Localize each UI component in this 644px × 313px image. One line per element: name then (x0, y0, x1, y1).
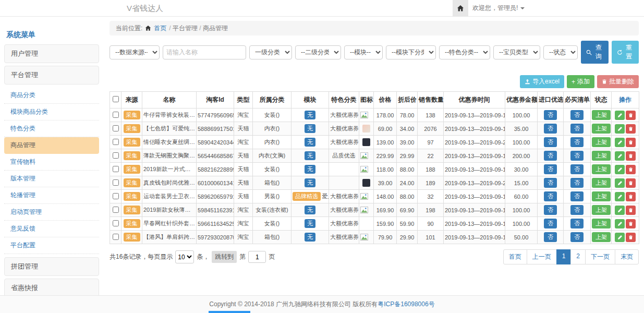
row-checkbox[interactable] (113, 193, 119, 199)
delete-button[interactable] (626, 233, 636, 242)
must-buy-toggle-button[interactable]: 否 (570, 205, 584, 215)
row-checkbox[interactable] (113, 152, 119, 159)
breadcrumb-item[interactable]: 商品管理 (203, 25, 228, 32)
edit-button[interactable] (615, 165, 625, 174)
delete-button[interactable] (626, 192, 636, 201)
must-buy-toggle-button[interactable]: 否 (570, 191, 584, 201)
sidebar-item-版本管理[interactable]: 版本管理 (4, 171, 99, 187)
sidebar-item-商品管理[interactable]: 商品管理 (4, 137, 99, 154)
sidebar-section-拼团管理[interactable]: 拼团管理 (4, 257, 99, 276)
status-button[interactable]: 上架 (592, 110, 611, 120)
sidebar-item-模块商品分类[interactable]: 模块商品分类 (4, 104, 99, 121)
imported-toggle-button[interactable]: 否 (544, 232, 557, 242)
edit-button[interactable] (615, 151, 625, 161)
delete-button[interactable] (626, 138, 636, 147)
imported-toggle-button[interactable]: 否 (544, 164, 557, 174)
edit-button[interactable] (615, 111, 625, 120)
feature-category-select[interactable]: --特色分类-- (439, 45, 490, 59)
must-buy-toggle-button[interactable]: 否 (570, 164, 584, 174)
must-buy-toggle-button[interactable]: 否 (570, 124, 584, 134)
status-button[interactable]: 上架 (592, 191, 611, 201)
row-checkbox[interactable] (113, 112, 119, 118)
pager-button-1[interactable]: 1 (556, 249, 572, 264)
pager-button-首页[interactable]: 首页 (503, 249, 527, 264)
breadcrumb-home-link[interactable]: 首页 (154, 24, 166, 33)
per-page-select[interactable]: 10 (175, 250, 194, 263)
jump-button[interactable]: 跳转到 (212, 251, 237, 263)
sidebar-section-平台管理[interactable]: 平台管理 (4, 66, 99, 85)
imported-toggle-button[interactable]: 否 (544, 151, 557, 161)
add-button[interactable]: + 添加 (567, 75, 594, 88)
row-checkbox[interactable] (113, 179, 119, 186)
row-checkbox[interactable] (113, 220, 119, 226)
delete-button[interactable] (626, 206, 636, 215)
must-buy-toggle-button[interactable]: 否 (570, 110, 584, 120)
pager-button-上一页[interactable]: 上一页 (527, 249, 557, 264)
delete-button[interactable] (626, 124, 636, 134)
name-input[interactable] (163, 45, 246, 59)
status-button[interactable]: 上架 (592, 232, 611, 242)
status-button[interactable]: 上架 (592, 164, 611, 174)
imported-toggle-button[interactable]: 否 (544, 137, 557, 147)
delete-button[interactable] (626, 219, 636, 228)
sidebar-section-用户管理[interactable]: 用户管理 (4, 44, 99, 63)
import-excel-button[interactable]: 导入excel (520, 75, 564, 88)
sidebar-item-启动页管理[interactable]: 启动页管理 (4, 204, 99, 221)
edit-button[interactable] (615, 124, 625, 134)
pager-button-末页[interactable]: 末页 (615, 249, 639, 264)
edit-button[interactable] (615, 178, 625, 188)
sidebar-item-意见反馈[interactable]: 意见反馈 (4, 221, 99, 237)
imported-toggle-button[interactable]: 否 (544, 205, 557, 215)
delete-button[interactable] (626, 178, 636, 188)
breadcrumb-item[interactable]: 平台管理 (173, 25, 198, 32)
edit-button[interactable] (615, 233, 625, 242)
status-button[interactable]: 上架 (592, 205, 611, 215)
row-checkbox[interactable] (113, 234, 119, 240)
must-buy-toggle-button[interactable]: 否 (570, 219, 584, 228)
pager-button-2[interactable]: 2 (570, 249, 586, 264)
data-source-select[interactable]: --数据来源-- (110, 45, 160, 59)
edit-button[interactable] (615, 192, 625, 201)
item-type-select[interactable]: --宝贝类型-- (493, 45, 540, 59)
delete-button[interactable] (626, 165, 636, 174)
status-button[interactable]: 上架 (592, 151, 611, 161)
must-buy-toggle-button[interactable]: 否 (570, 151, 584, 161)
level2-category-select[interactable]: --二级分类-- (295, 45, 341, 59)
home-button[interactable] (453, 0, 468, 16)
row-checkbox[interactable] (113, 125, 119, 131)
select-all-checkbox[interactable] (113, 96, 119, 102)
search-button[interactable]: 查询 (581, 41, 609, 64)
sidebar-item-商品分类[interactable]: 商品分类 (4, 87, 99, 104)
sidebar-item-特色分类[interactable]: 特色分类 (4, 121, 99, 137)
sidebar-item-宣传物料[interactable]: 宣传物料 (4, 154, 99, 171)
delete-button[interactable] (626, 111, 636, 120)
batch-delete-button[interactable]: 批量删除 (597, 75, 639, 88)
row-checkbox[interactable] (113, 166, 119, 172)
edit-button[interactable] (615, 219, 625, 228)
status-button[interactable]: 上架 (592, 219, 611, 228)
edit-button[interactable] (615, 206, 625, 215)
delete-button[interactable] (626, 151, 636, 161)
row-checkbox[interactable] (113, 207, 119, 213)
icp-link[interactable]: 粤ICP备16098006号 (378, 300, 434, 308)
status-button[interactable]: 上架 (592, 137, 611, 147)
jump-page-input[interactable] (248, 251, 266, 263)
user-menu[interactable]: 欢迎您，管理员! (472, 0, 525, 16)
imported-toggle-button[interactable]: 否 (544, 124, 557, 134)
imported-toggle-button[interactable]: 否 (544, 178, 557, 188)
module-subcategory-select[interactable]: --模块下分类-- (386, 45, 436, 59)
imported-toggle-button[interactable]: 否 (544, 191, 557, 201)
must-buy-toggle-button[interactable]: 否 (570, 178, 584, 188)
module-select[interactable]: --模块-- (344, 45, 383, 59)
edit-button[interactable] (615, 138, 625, 147)
reset-button[interactable]: 重置 (612, 41, 639, 64)
row-checkbox[interactable] (113, 139, 119, 145)
imported-toggle-button[interactable]: 否 (544, 219, 557, 228)
sidebar-item-平台配置[interactable]: 平台配置 (4, 237, 99, 254)
level1-category-select[interactable]: 一级分类 (249, 45, 292, 59)
status-select[interactable]: --状态-- (543, 45, 578, 59)
must-buy-toggle-button[interactable]: 否 (570, 137, 584, 147)
sidebar-item-轮播管理[interactable]: 轮播管理 (4, 187, 99, 204)
sidebar-section-省惠快报[interactable]: 省惠快报 (4, 279, 99, 296)
status-button[interactable]: 上架 (592, 178, 611, 188)
